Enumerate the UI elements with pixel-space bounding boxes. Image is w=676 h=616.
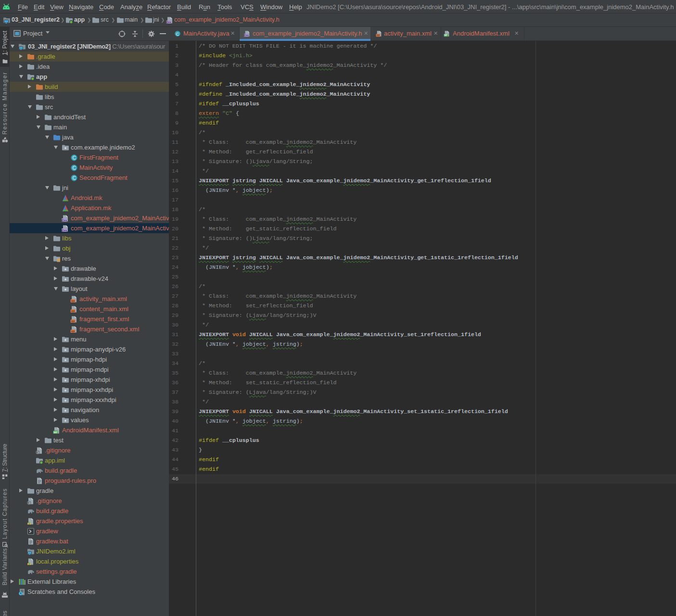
svg-text:C++: C++: [166, 21, 171, 24]
